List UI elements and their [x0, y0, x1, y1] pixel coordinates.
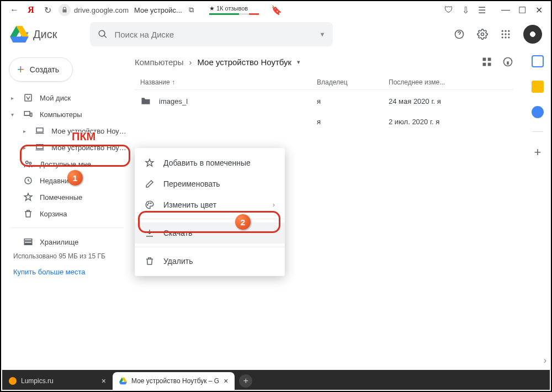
annotation-pkm: ПКМ — [72, 130, 95, 143]
col-modified[interactable]: Последнее изме... — [389, 78, 508, 86]
svg-point-21 — [26, 161, 29, 164]
drive-header: Диск ▼ — [1, 19, 551, 50]
close-window-button[interactable]: ✕ — [531, 3, 546, 17]
drive-app-name: Диск — [33, 28, 57, 41]
favicon — [9, 377, 17, 385]
plus-icon: + — [17, 62, 24, 77]
svg-point-22 — [29, 162, 31, 165]
help-icon[interactable] — [454, 29, 465, 40]
sidebar-item-mydrive[interactable]: ▸ Мой диск — [1, 89, 132, 106]
ctx-color[interactable]: Изменить цвет › — [135, 194, 285, 215]
svg-point-33 — [148, 203, 150, 204]
popout-icon[interactable]: ⧉ — [189, 6, 194, 14]
download-icon[interactable]: ⇩ — [462, 5, 469, 15]
create-button[interactable]: + Создать — [9, 57, 73, 82]
trash-icon — [145, 256, 155, 266]
sidebar-item-shared[interactable]: ▸ Доступные мне — [1, 156, 132, 172]
laptop-icon — [35, 142, 45, 152]
svg-point-8 — [505, 30, 506, 32]
svg-point-14 — [505, 36, 506, 38]
close-tab-icon[interactable]: × — [102, 377, 106, 385]
tasks-icon[interactable] — [532, 106, 544, 118]
back-icon[interactable]: ← — [9, 5, 20, 15]
shield-icon[interactable]: 🛡 — [444, 5, 453, 15]
side-panel: + — [524, 50, 551, 370]
search-icon — [98, 29, 108, 39]
trash-icon — [23, 209, 33, 219]
search-input[interactable] — [114, 30, 319, 39]
svg-point-34 — [151, 203, 152, 204]
svg-rect-25 — [24, 241, 32, 243]
sidebar-item-starred[interactable]: ▸ Помеченные — [1, 189, 132, 205]
buy-storage-link[interactable]: Купить больше места — [1, 262, 132, 282]
search-bar[interactable]: ▼ — [90, 22, 333, 46]
grid-view-icon[interactable] — [481, 56, 492, 67]
svg-point-15 — [508, 36, 509, 38]
settings-icon[interactable] — [477, 29, 488, 40]
drive-logo[interactable]: Диск — [10, 26, 57, 43]
drive-favicon — [119, 377, 127, 385]
add-addon-icon[interactable]: + — [534, 145, 542, 160]
yandex-icon[interactable]: Я — [25, 5, 36, 15]
collapse-panel-icon[interactable]: › — [544, 356, 546, 365]
table-row[interactable]: images_l я 24 мая 2020 г. я — [135, 90, 513, 112]
annotation-badge-2: 2 — [235, 214, 251, 230]
folder-icon — [140, 96, 151, 107]
star-icon — [23, 192, 33, 202]
browser-tabs: Lumpics.ru × Мое устройство Ноутбук – G … — [2, 370, 550, 390]
ctx-rename[interactable]: Переименовать — [135, 173, 285, 194]
svg-marker-37 — [119, 382, 127, 385]
svg-marker-3 — [10, 36, 28, 43]
menu-icon[interactable]: ☰ — [478, 5, 486, 15]
new-tab-button[interactable]: + — [239, 374, 252, 388]
clock-icon — [23, 176, 33, 186]
maximize-button[interactable]: ☐ — [514, 3, 530, 17]
close-tab-icon[interactable]: × — [224, 377, 228, 385]
info-icon[interactable] — [502, 56, 513, 67]
chevron-down-icon[interactable]: ▾ — [297, 59, 300, 66]
svg-point-9 — [508, 30, 509, 32]
account-avatar[interactable] — [523, 25, 542, 44]
col-name[interactable]: Название — [140, 78, 170, 86]
rating-widget[interactable]: ★ 1К отзывов — [209, 5, 259, 15]
breadcrumb-root[interactable]: Компьютеры — [135, 57, 183, 67]
laptop-icon — [35, 126, 45, 136]
url-domain: drive.google.com — [74, 6, 129, 14]
page-title: Мое устройс... — [134, 6, 182, 14]
keep-icon[interactable] — [532, 81, 544, 93]
calendar-icon[interactable] — [532, 55, 544, 67]
tab-lumpics[interactable]: Lumpics.ru × — [2, 372, 113, 390]
drive-storage-icon — [23, 93, 33, 103]
svg-point-7 — [502, 30, 503, 32]
search-dropdown-icon[interactable]: ▼ — [320, 31, 326, 38]
minimize-button[interactable]: ― — [498, 3, 513, 17]
svg-rect-19 — [36, 128, 43, 133]
tab-drive[interactable]: Мое устройство Ноутбук – G × — [113, 372, 235, 390]
sidebar-item-trash[interactable]: ▸ Корзина — [1, 205, 132, 222]
reload-icon[interactable]: ↻ — [42, 5, 53, 15]
bookmark-icon[interactable]: 🔖 — [271, 5, 282, 15]
svg-rect-17 — [24, 112, 30, 116]
sort-arrow-icon[interactable]: ↑ — [172, 78, 175, 86]
ctx-delete[interactable]: Удалить — [135, 251, 285, 272]
chevron-right-icon: ▸ — [23, 128, 28, 134]
chevron-down-icon: ▾ — [11, 112, 17, 118]
sidebar-item-computers[interactable]: ▾ Компьютеры — [1, 106, 132, 123]
apps-icon[interactable] — [500, 29, 511, 40]
breadcrumb-current[interactable]: Мое устройство Ноутбук — [197, 57, 291, 67]
table-row[interactable]: я 2 июл. 2020 г. я — [135, 112, 513, 131]
ctx-add-star[interactable]: Добавить в помеченные — [135, 152, 285, 173]
nav-group: ← Я ↻ — [9, 5, 53, 15]
download-icon — [145, 228, 155, 238]
devices-icon — [23, 109, 33, 119]
svg-point-32 — [147, 204, 148, 205]
svg-rect-28 — [488, 58, 491, 61]
col-owner[interactable]: Владелец — [317, 78, 389, 86]
svg-point-12 — [508, 33, 509, 35]
sidebar-item-storage[interactable]: ▸ Хранилище — [1, 234, 132, 250]
sidebar-item-recent[interactable]: ▸ Недавние — [1, 172, 132, 189]
svg-rect-26 — [24, 244, 32, 245]
table-header: Название ↑ Владелец Последнее изме... — [135, 75, 513, 90]
address-bar[interactable]: drive.google.com Мое устройс... ⧉ — [59, 4, 194, 16]
ctx-download[interactable]: Скачать — [135, 223, 285, 243]
